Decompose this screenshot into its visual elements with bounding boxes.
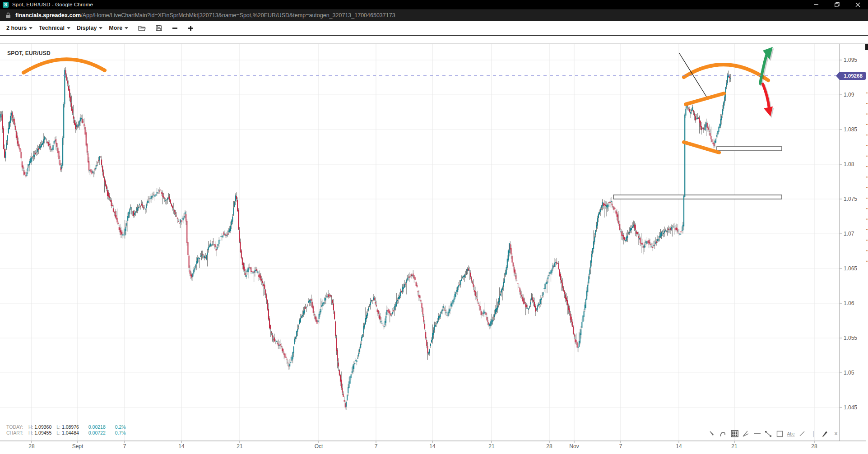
spreadex-logo-icon: S <box>3 2 9 8</box>
delete-glyph: × <box>834 431 837 437</box>
axis-mark <box>866 240 868 241</box>
trend-lines-icon[interactable] <box>742 430 750 438</box>
time-axis-label: 14 <box>178 443 185 449</box>
chart-label: CHART: <box>6 430 27 436</box>
chevron-down-icon <box>67 27 70 29</box>
price-axis-label: 1.065 <box>844 265 857 272</box>
url-domain: financials.spreadex.com <box>15 12 81 19</box>
chevron-down-icon <box>99 27 102 29</box>
axis-mark <box>866 229 868 230</box>
polyline-icon[interactable] <box>764 430 772 438</box>
time-axis-label: 7 <box>375 443 378 449</box>
browser-window: 1.092681.0951.091.0851.081.0751.071.0651… <box>0 0 868 454</box>
chart-stats-row: CHART: H: 1.09455 L: 1.04484 0.00722 0.7… <box>6 430 126 436</box>
axis-mark <box>866 261 868 262</box>
url-path: /App/Home/LiveChartMain?id=XFinSprMchMkt… <box>81 12 395 19</box>
window-title-bar: S Spot, EUR/USD - Google Chrome <box>0 0 868 9</box>
technical-label: Technical <box>39 25 65 31</box>
close-icon <box>855 2 860 7</box>
timeframe-label: 2 hours <box>6 25 27 31</box>
time-axis-label: 21 <box>237 443 243 449</box>
display-dropdown[interactable]: Display <box>77 25 102 31</box>
open-folder-icon[interactable] <box>138 25 146 31</box>
orange-trendline-annotation[interactable] <box>686 93 724 104</box>
url-text[interactable]: financials.spreadex.com/App/Home/LiveCha… <box>15 12 395 19</box>
display-label: Display <box>77 25 97 31</box>
grid-table-icon[interactable] <box>730 430 738 438</box>
today-high-value: 1.09360 <box>34 424 51 430</box>
time-axis-label: 21 <box>488 443 495 449</box>
axis-mark <box>866 166 868 167</box>
rectangle-icon[interactable] <box>775 430 784 438</box>
technical-dropdown[interactable]: Technical <box>39 25 70 31</box>
chart-toolbar: 2 hours Technical Display More <box>0 21 868 36</box>
zoom-in-icon[interactable] <box>188 25 194 31</box>
scrollbar-nub[interactable] <box>865 44 868 50</box>
time-axis-label: 14 <box>676 443 682 449</box>
time-axis-label: 28 <box>811 443 817 449</box>
chevron-down-icon <box>125 27 128 29</box>
axis-mark <box>866 124 868 125</box>
horizontal-line-icon[interactable] <box>753 430 761 438</box>
minimize-icon <box>814 2 818 7</box>
chart-high-value: 1.09455 <box>34 430 51 436</box>
red-down-arrow-annotation[interactable] <box>763 84 774 118</box>
restore-icon <box>835 2 840 7</box>
black-trendline-annotation[interactable] <box>679 53 706 97</box>
low-label: L: <box>56 424 60 430</box>
high-label: H: <box>28 430 33 436</box>
axis-mark <box>866 145 868 146</box>
text-abc-icon[interactable]: Abc <box>787 430 795 438</box>
more-dropdown[interactable]: More <box>109 25 128 31</box>
support-zone-rectangle[interactable] <box>717 147 782 151</box>
window-title: Spot, EUR/USD - Google Chrome <box>12 2 93 7</box>
time-axis-label: Oct <box>315 443 323 449</box>
delete-icon[interactable]: × <box>832 430 840 438</box>
candlestick-chart-canvas[interactable]: 1.092681.0951.091.0851.081.0751.071.0651… <box>0 0 868 454</box>
padlock-icon <box>5 12 11 19</box>
axis-mark <box>866 187 868 188</box>
minimize-button[interactable] <box>806 0 826 9</box>
orange-arc-annotation[interactable] <box>23 59 105 73</box>
abc-label: Abc <box>787 431 794 436</box>
axis-mark <box>866 250 868 251</box>
pencil-icon[interactable] <box>821 430 829 438</box>
price-axis-label: 1.075 <box>844 196 857 202</box>
close-button[interactable] <box>847 0 868 9</box>
today-change-pct: 0.2% <box>115 424 126 430</box>
high-label: H: <box>28 424 33 430</box>
timeframe-dropdown[interactable]: 2 hours <box>6 25 32 31</box>
axis-mark <box>866 93 868 93</box>
price-axis-label: 1.08 <box>844 161 854 167</box>
axis-mark <box>866 198 868 199</box>
instrument-label: SPOT, EUR/USD <box>7 50 51 56</box>
today-stats-row: TODAY: H: 1.09360 L: 1.08976 0.00218 0.2… <box>6 424 126 430</box>
support-zone-rectangle[interactable] <box>613 195 782 199</box>
drawing-toolbar: Abc | × <box>708 428 840 439</box>
save-icon[interactable] <box>156 25 162 31</box>
separator: | <box>809 430 817 438</box>
browser-url-bar[interactable]: financials.spreadex.com/App/Home/LiveCha… <box>0 9 868 21</box>
price-axis-label: 1.055 <box>844 335 857 341</box>
cursor-arrow-icon[interactable] <box>708 430 716 438</box>
axis-mark <box>866 114 868 115</box>
price-stats-legend: TODAY: H: 1.09360 L: 1.08976 0.00218 0.2… <box>6 424 126 436</box>
chart-change-value: 0.00722 <box>88 430 112 436</box>
price-axis-label: 1.07 <box>844 231 854 237</box>
restore-button[interactable] <box>826 0 847 9</box>
zoom-out-icon[interactable] <box>172 25 178 31</box>
curve-line-icon[interactable] <box>719 430 727 438</box>
price-axis-label: 1.085 <box>844 126 857 133</box>
diagonal-line-icon[interactable] <box>798 430 806 438</box>
time-axis-label: 28 <box>546 443 552 449</box>
chevron-down-icon <box>29 27 32 29</box>
price-axis-label: 1.06 <box>844 300 854 306</box>
orange-arc-annotation[interactable] <box>684 65 768 80</box>
axis-mark <box>866 176 868 177</box>
axis-mark <box>866 208 868 209</box>
today-low-value: 1.08976 <box>62 424 79 430</box>
time-axis-label: 7 <box>123 443 126 449</box>
price-axis-label: 1.045 <box>844 404 857 411</box>
today-label: TODAY: <box>6 424 27 430</box>
chart-low-value: 1.04484 <box>62 430 79 436</box>
